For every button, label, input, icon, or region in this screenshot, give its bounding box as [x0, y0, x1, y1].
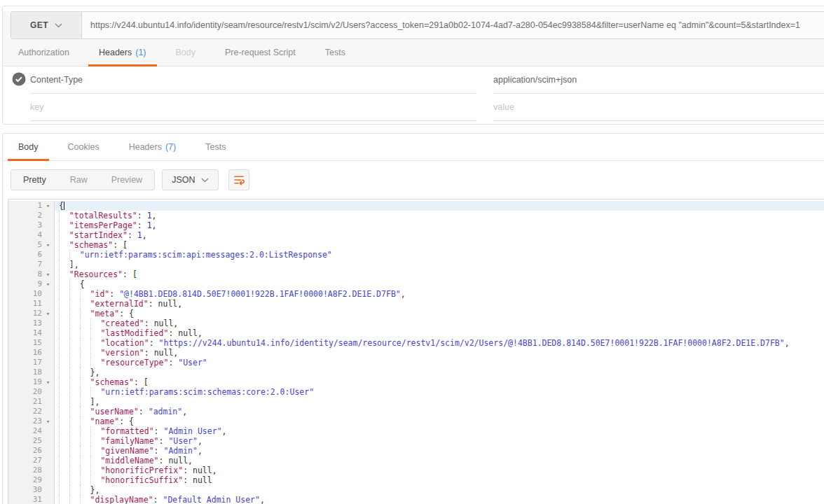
- json-key: "meta": [90, 309, 120, 318]
- line-number: 20: [33, 387, 42, 397]
- code-line: 27 "middleName": null,: [8, 456, 824, 465]
- code-text: {: [55, 279, 824, 289]
- indent-guide: [80, 465, 90, 475]
- code-line: 12▾ "meta": {: [8, 309, 824, 318]
- request-tabs: Authorization Headers (1) Body Pre-reque…: [3, 39, 824, 66]
- new-header-key-input[interactable]: [30, 102, 476, 112]
- indent-guide: [69, 416, 80, 426]
- tab-authorization[interactable]: Authorization: [8, 39, 80, 66]
- indent-guide: [69, 318, 80, 328]
- indent-guide: [59, 495, 69, 504]
- code-text: "familyName": "User",: [55, 436, 824, 446]
- line-number: 27: [33, 456, 42, 465]
- json-key: "formatted": [100, 426, 153, 436]
- code-text: "urn:ietf:params:scim:api:messages:2.0:L…: [55, 250, 824, 260]
- line-number: 1: [37, 201, 42, 211]
- gutter: 19▾: [8, 377, 55, 387]
- line-number: 5: [37, 240, 42, 250]
- json-string: "User": [178, 358, 207, 368]
- gutter: 23▾: [8, 416, 55, 426]
- fold-arrow-icon[interactable]: ▾: [42, 416, 54, 426]
- code-line: 18 },: [8, 368, 824, 377]
- json-key: "middleName": [100, 456, 158, 465]
- line-number: 13: [33, 318, 42, 328]
- code-text: "displayName": "Default Admin User",: [55, 495, 824, 504]
- gutter: 25: [8, 436, 55, 446]
- code-line: 23▾ "name": {: [8, 416, 824, 426]
- indent-guide: [59, 465, 69, 475]
- indent-guide: [69, 475, 80, 485]
- gutter: 30: [8, 485, 55, 495]
- tab-body[interactable]: Body: [165, 39, 207, 66]
- indent-guide: [59, 279, 69, 289]
- indent-guide: [69, 397, 80, 407]
- pretty-button[interactable]: Pretty: [11, 170, 58, 190]
- code-line: 25 "familyName": "User",: [8, 436, 824, 446]
- json-string: "urn:ietf:params:scim:schemas:core:2.0:U…: [100, 387, 314, 397]
- fold-arrow-icon[interactable]: ▾: [42, 270, 54, 279]
- wrap-text-button[interactable]: [228, 169, 249, 190]
- header-key-input[interactable]: [30, 75, 476, 85]
- line-number: 24: [33, 426, 42, 436]
- header-enabled-checkbox[interactable]: [12, 72, 26, 89]
- code-text: },: [55, 485, 824, 495]
- indent-guide: [69, 299, 80, 309]
- language-select[interactable]: JSON: [162, 169, 219, 190]
- indent-guide: [80, 485, 90, 495]
- tab-cookies[interactable]: Cookies: [57, 134, 110, 160]
- indent-guide: [69, 456, 80, 465]
- tab-tests[interactable]: Tests: [315, 39, 356, 66]
- json-string: "Admin User": [163, 426, 221, 436]
- fold-arrow-icon[interactable]: ▾: [42, 309, 54, 318]
- line-number: 10: [33, 289, 42, 299]
- gutter: 27: [8, 456, 55, 465]
- indent-guide: [69, 495, 80, 504]
- json-key: "displayName": [90, 495, 153, 504]
- raw-button[interactable]: Raw: [58, 170, 99, 190]
- code-line: 7 ],: [8, 260, 824, 270]
- indent-guide: [80, 299, 90, 309]
- code-line: 15 "location": "https://v244.ubuntu14.in…: [8, 338, 824, 348]
- tab-response-body[interactable]: Body: [8, 134, 49, 160]
- url-input[interactable]: [82, 12, 824, 38]
- line-number: 23: [33, 416, 42, 426]
- indent-guide: [90, 318, 101, 328]
- header-value-input[interactable]: [493, 75, 824, 85]
- fold-arrow-icon[interactable]: ▾: [42, 377, 54, 387]
- indent-guide: [69, 328, 80, 338]
- tab-response-headers[interactable]: Headers (7): [118, 134, 187, 160]
- indent-guide: [59, 270, 69, 279]
- tab-response-tests[interactable]: Tests: [195, 134, 236, 160]
- code-line: 10 "id": "@!4BB1.DED8.814D.50E7!0001!922…: [8, 289, 824, 299]
- response-body-editor[interactable]: 1▾{2 "totalResults": 1,3 "itemsPerPage":…: [8, 199, 824, 504]
- indent-guide: [69, 387, 80, 397]
- gutter: 2: [8, 211, 55, 220]
- code-line: 9▾ {: [8, 279, 824, 289]
- new-header-value-input[interactable]: [493, 102, 824, 112]
- response-viewer-toolbar: Pretty Raw Preview JSON: [11, 169, 824, 190]
- method-select[interactable]: GET: [11, 12, 82, 38]
- json-key: "location": [100, 338, 149, 348]
- code-line: 4 "startIndex": 1,: [8, 230, 824, 240]
- indent-guide: [59, 260, 69, 270]
- fold-arrow-icon[interactable]: ▾: [42, 240, 54, 250]
- indent-guide: [59, 338, 69, 348]
- indent-guide: [80, 416, 90, 426]
- fold-arrow-icon[interactable]: ▾: [42, 201, 54, 211]
- tab-headers[interactable]: Headers (1): [88, 39, 157, 66]
- line-number: 22: [33, 407, 42, 416]
- indent-guide: [59, 446, 69, 456]
- indent-guide: [80, 426, 90, 436]
- json-key: "itemsPerPage": [69, 220, 137, 230]
- line-number: 2: [37, 211, 42, 220]
- json-key: "honorificSuffix": [100, 475, 183, 485]
- line-number: 3: [37, 220, 42, 230]
- gutter: 21: [8, 397, 55, 407]
- line-number: 6: [37, 250, 42, 260]
- tab-pre-request-script[interactable]: Pre-request Script: [214, 39, 306, 66]
- json-null: null: [158, 299, 178, 309]
- preview-button[interactable]: Preview: [99, 170, 154, 190]
- json-key: "schemas": [69, 240, 113, 250]
- chevron-down-icon: [201, 178, 209, 183]
- fold-arrow-icon[interactable]: ▾: [42, 279, 54, 289]
